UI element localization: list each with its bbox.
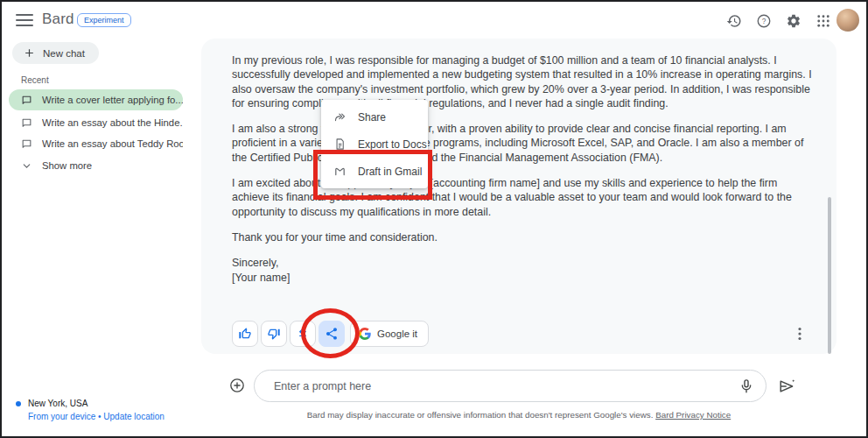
location-separator: • [98, 412, 102, 421]
experiment-badge: Experiment [77, 13, 131, 27]
top-bar: Bard Experiment ? [2, 2, 866, 39]
chat-bubble-icon [21, 95, 32, 106]
response-card: In my previous role, I was responsible f… [201, 39, 836, 354]
google-it-label: Google it [377, 328, 417, 339]
response-signoff: Sincerely,[Your name] [232, 256, 813, 285]
google-g-icon [359, 328, 371, 340]
thumbs-up-icon [238, 327, 252, 341]
mic-icon[interactable] [738, 378, 755, 395]
plus-icon [24, 47, 35, 59]
menu-item-share[interactable]: Share [321, 103, 428, 131]
show-more-label: Show more [42, 160, 92, 171]
sidebar-item-teddy-essay[interactable]: Write an essay about Teddy Roo... [9, 133, 183, 154]
menu-item-label: Export to Docs [358, 138, 427, 151]
new-chat-label: New chat [43, 48, 85, 59]
gmail-icon [333, 165, 346, 178]
thumbs-down-icon [267, 327, 281, 341]
google-it-button[interactable]: Google it [350, 321, 429, 347]
history-icon[interactable] [726, 13, 742, 29]
user-avatar[interactable] [836, 9, 859, 32]
menu-item-export-to-docs[interactable]: Export to Docs [321, 131, 428, 158]
location-city: New York, USA [28, 399, 88, 408]
response-paragraph: I am excited about the opportunity to jo… [232, 176, 813, 219]
chat-bubble-icon [21, 138, 32, 150]
upload-plus-icon[interactable] [228, 377, 246, 394]
disclaimer-text: Bard may display inaccurate or offensive… [201, 410, 836, 420]
share-icon [325, 327, 339, 341]
response-paragraph: I am also a strong financial communicato… [232, 122, 813, 165]
share-forward-icon [333, 110, 346, 124]
show-more-button[interactable]: Show more [9, 155, 183, 176]
google-apps-grid-icon[interactable] [816, 13, 831, 29]
settings-gear-icon[interactable] [786, 13, 802, 29]
chat-bubble-icon [21, 117, 32, 129]
help-icon[interactable]: ? [756, 13, 772, 29]
privacy-notice-link[interactable]: Bard Privacy Notice [655, 410, 731, 420]
location-source: From your device [28, 412, 95, 421]
share-context-menu: Share Export to Docs Draft in Gmail [321, 100, 428, 188]
prompt-input[interactable] [274, 380, 738, 392]
more-options-icon[interactable] [793, 326, 807, 342]
chat-item-label: Write an essay about the Hinde... [42, 117, 183, 128]
prompt-bar [254, 370, 766, 402]
scrollbar-thumb[interactable] [828, 197, 831, 354]
location-dot-icon [16, 401, 21, 406]
regenerate-icon [296, 327, 310, 341]
response-paragraph: In my previous role, I was responsible f… [232, 53, 813, 110]
response-text: In my previous role, I was responsible f… [232, 53, 813, 285]
app-window: Bard Experiment ? New chat Recent Write … [0, 0, 868, 438]
chat-item-label: Write an essay about Teddy Roo... [42, 138, 183, 149]
share-button[interactable] [318, 321, 345, 347]
location-block: New York, USA From your device • Update … [16, 399, 164, 421]
send-icon[interactable] [777, 377, 796, 396]
recent-heading: Recent [21, 75, 49, 85]
svg-text:?: ? [762, 18, 766, 25]
response-paragraph: Thank you for your time and consideratio… [232, 230, 813, 244]
thumbs-up-button[interactable] [232, 321, 258, 347]
menu-item-label: Draft in Gmail [358, 166, 422, 178]
sidebar-item-cover-letter[interactable]: Write a cover letter applying fo... [9, 89, 183, 110]
chevron-down-icon [21, 160, 32, 172]
regenerate-button[interactable] [290, 321, 316, 347]
chat-item-label: Write a cover letter applying fo... [42, 95, 183, 105]
response-actions: Google it [232, 321, 429, 347]
menu-icon[interactable] [16, 12, 33, 28]
response-signature: [Your name] [232, 272, 290, 284]
sidebar-item-hindenburg-essay[interactable]: Write an essay about the Hinde... [9, 112, 183, 133]
menu-item-label: Share [358, 111, 386, 124]
docs-icon [333, 138, 346, 151]
update-location-link[interactable]: Update location [103, 412, 164, 421]
new-chat-button[interactable]: New chat [12, 42, 99, 64]
app-title: Bard [42, 11, 74, 28]
thumbs-down-button[interactable] [261, 321, 287, 347]
menu-item-draft-in-gmail[interactable]: Draft in Gmail [321, 158, 428, 185]
